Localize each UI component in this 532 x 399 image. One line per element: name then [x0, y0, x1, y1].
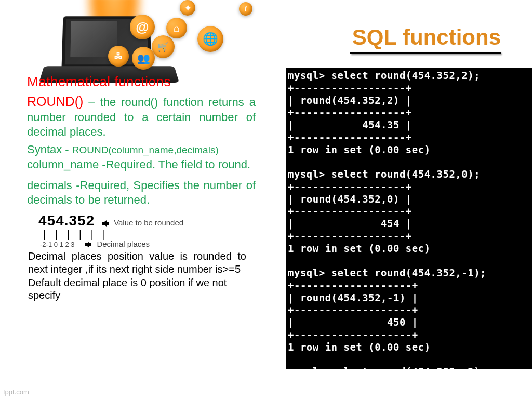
globe-icon: 🌐 — [197, 26, 223, 52]
subheading: Mathematical functions — [27, 74, 256, 90]
syntax-body: ROUND(column_name,decimals) — [72, 144, 219, 155]
home-icon: ⌂ — [166, 18, 187, 38]
decimals-desc: decimals -Required, Specifies the number… — [27, 178, 256, 207]
explain-1: Decimal places position value is rounded… — [28, 250, 246, 275]
arrow-left-icon — [82, 242, 91, 248]
syntax-label: Syntax - — [27, 143, 72, 156]
star-icon: ✦ — [180, 0, 195, 16]
page-title: SQL functions — [352, 25, 501, 53]
title-underline — [350, 52, 501, 54]
watermark: fppt.com — [3, 388, 29, 396]
cart-icon: 🛒 — [152, 35, 175, 58]
mysql-terminal: mysql> select round(454.352,2); +-------… — [286, 68, 532, 369]
at-icon: @ — [130, 15, 155, 39]
round-diagram: 454.352 Value to be rounded | | | | | | … — [38, 212, 241, 302]
terminal-output: mysql> select round(454.352,2); +-------… — [288, 70, 532, 369]
column-name-desc: column_name -Required. The field to roun… — [27, 157, 256, 172]
round-description: ROUND() – the round() function returns a… — [27, 93, 256, 140]
content-column: Mathematical functions ROUND() – the rou… — [27, 74, 256, 302]
syntax-line: Syntax - ROUND(column_name,decimals) — [27, 143, 256, 156]
arrow-left-icon — [99, 220, 109, 227]
diagram-positions: -2-1 0 1 2 3 — [40, 241, 75, 248]
info-icon: i — [239, 2, 252, 16]
network-icon: 🖧 — [108, 46, 129, 66]
diagram-value: 454.352 — [38, 212, 95, 229]
position-label: Decimal places — [97, 240, 150, 248]
round-label: ROUND() — [27, 94, 83, 109]
diagram-ticks: | | | | | | — [42, 228, 241, 240]
value-label: Value to be rounded — [114, 218, 183, 227]
people-icon: 👥 — [132, 47, 155, 70]
round-lead: – the round() function — [88, 96, 203, 109]
explain-2: Default decimal place is 0 position if w… — [28, 276, 246, 302]
